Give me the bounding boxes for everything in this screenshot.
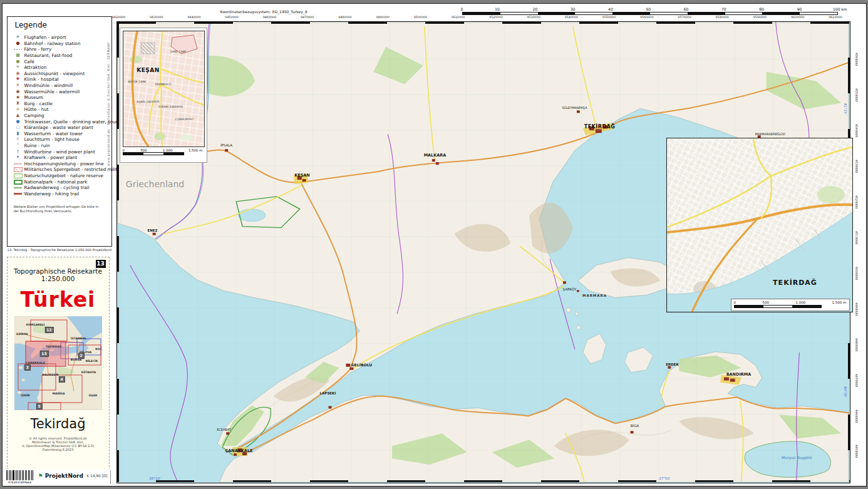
scalebar-tick-label: 50	[646, 7, 651, 11]
legend-item-label: Aussichtspunkt - viewpoint	[23, 71, 85, 76]
scale-label: 0	[123, 148, 125, 152]
cover-overview-map: KIRKLARELİEDİRNEİSTANBULTEKİRDAĞYALOVAKO…	[14, 316, 102, 410]
legend-item-label: Kläranlage - waste water plant	[23, 125, 93, 130]
legend-item-label: Bahnhof - railway station	[23, 41, 81, 46]
legend-symbol-icon: †	[14, 149, 23, 155]
legend-symbol-icon: ◉	[14, 71, 23, 76]
easting-label: 9580000	[716, 16, 729, 19]
frame-ticks-left	[117, 22, 119, 482]
legend-symbol-icon: ♜	[14, 101, 23, 106]
legend-item: ⌂ Hütte - hut	[14, 106, 101, 113]
cover-title: Tekirdağ	[8, 416, 109, 431]
legend-item-label: Burg - castle	[23, 101, 53, 106]
northing-label: 4520000	[855, 195, 858, 208]
legend-item: Fähre - ferry	[14, 46, 101, 53]
map-sheet: Legende ✈ Flughafen - airport ● Bahnhof …	[2, 3, 867, 486]
easting-label: 9510000	[452, 16, 465, 19]
legend-item: ▪ Museum	[14, 95, 101, 101]
inset-tekirdag: TEKİRDAĞ 05001.0001.500 m	[666, 138, 853, 312]
scalebar-tick-label: 30	[571, 7, 576, 11]
inset-district-label: AŞAĞI ZAFERİYE	[137, 100, 160, 103]
legend-symbol-icon	[14, 167, 23, 172]
legend-symbol-icon	[14, 46, 23, 52]
inset-tekirdag-title: TEKİRDAĞ	[773, 279, 817, 287]
legend-item: ⌃ Ruine - ruin	[14, 143, 101, 149]
easting-label: 9540000	[565, 16, 578, 19]
northing-label: 4460000	[855, 409, 858, 423]
legend-item-label: Camping	[23, 113, 44, 118]
legend-items: ✈ Flughafen - airport ● Bahnhof - railwa…	[14, 34, 101, 197]
overview-sheet-badge: 5	[36, 403, 42, 409]
overview-city-label: MANİSA	[52, 392, 65, 395]
frame-ticks-top	[117, 22, 850, 24]
northing-label: 4550000	[855, 88, 858, 101]
legend-item: ■ Restaurant, Fast-food	[14, 53, 101, 59]
legend-item: ● Bahnhof - railway station	[14, 41, 101, 47]
footer-bar: 9783931899664 ⚑ ProjektNord € 14,90 [D]	[3, 469, 115, 486]
legend-item-label: Kraftwerk - power plant	[23, 155, 78, 160]
cover-series: Topographische Reisekarte	[8, 267, 109, 275]
easting-label: 9600000	[791, 16, 804, 19]
scalebar-tick-label: 60	[684, 7, 689, 11]
legend-item: Naturschutzgebiet - nature reserve	[14, 173, 101, 179]
overview-sheet-badge: 12	[44, 327, 53, 333]
overview-sheet-badge: 3	[24, 364, 30, 371]
legend: Legende ✈ Flughafen - airport ● Bahnhof …	[7, 16, 112, 247]
scale-label: 1.500 m	[189, 148, 203, 152]
barcode-number: 9783931899664	[5, 481, 35, 484]
legend-note: Weitere Blätter von ProjektNord erfragen…	[14, 205, 101, 213]
scale-label: 500	[762, 301, 769, 304]
legend-item: ✦ Kraftwerk - power plant	[14, 155, 101, 161]
scalebar-labels: 0102030405060708090100 km	[462, 7, 852, 11]
legend-symbol-icon: ▮	[14, 131, 23, 136]
easting-label: 9500000	[414, 16, 427, 19]
legend-item: Nationalpark - national park	[14, 178, 101, 185]
barcode	[6, 470, 34, 480]
legend-symbol-icon: ✕	[14, 83, 23, 88]
easting-label: 9560000	[640, 16, 653, 19]
legend-symbol-icon	[14, 161, 23, 167]
legend-footer: 13: Tekirdağ - Topographische Reisekarte…	[8, 248, 112, 252]
legend-symbol-icon: ●	[14, 119, 23, 125]
frame-ticks-bottom	[117, 480, 850, 482]
legend-item-label: Fähre - ferry	[23, 46, 52, 52]
legend-title: Legende	[15, 21, 47, 29]
cover-country: Türkei	[8, 287, 109, 312]
overview-city-label: KÜTAHYA	[81, 371, 96, 374]
scalebar-km: 0102030405060708090100 km	[462, 7, 852, 15]
easting-label: 9420000	[112, 16, 125, 19]
scalebar-tick-label: 40	[608, 7, 613, 11]
overview-city-label: UŞAK	[89, 394, 98, 397]
legend-item-label: Radwanderweg - cycling trail	[23, 185, 90, 190]
overview-city-label: ÇANAKKALE	[26, 361, 44, 364]
legend-symbol-icon: ▲	[14, 113, 23, 118]
easting-label: 9590000	[753, 16, 767, 19]
inset-kesan-title: KEŞAN	[137, 67, 160, 73]
overview-city-label: KIRKLARELİ	[26, 323, 45, 326]
legend-symbol-icon: ▪	[14, 95, 23, 100]
legend-item-label: Café	[23, 59, 34, 64]
legend-item: Radwanderweg - cycling trail	[14, 185, 101, 191]
inset-kesan-scalebar: 05001.0001.500 m	[123, 148, 203, 155]
legend-item-label: Attraktion	[23, 64, 47, 70]
inset-district-label: YUKARI ZAFERİYE	[158, 105, 183, 108]
easting-label: 9570000	[678, 16, 691, 19]
legend-item: ✳ Attraktion	[14, 64, 101, 71]
legend-symbol-icon	[14, 180, 23, 185]
easting-label: 9430000	[150, 16, 163, 19]
brand: ⚑ ProjektNord	[38, 473, 84, 479]
legend-item-label: Nationalpark - national park	[23, 179, 88, 185]
inset-district-label: İSPAT CAMİ	[170, 50, 186, 53]
scalebar-tick-label: 90	[797, 7, 802, 11]
easting-label: 9550000	[602, 16, 616, 19]
legend-item-label: Flughafen - airport	[23, 34, 66, 40]
legend-symbol-icon: ●	[14, 59, 23, 64]
inset-district-label: CUMHURİYET	[175, 118, 194, 121]
legend-item: ✕ Windmühle - windmill	[14, 83, 101, 89]
scalebar-tick-label: 10	[495, 7, 500, 11]
legend-item: † Windturbine - wind power plant	[14, 148, 101, 155]
legend-item-label: Leuchtturm - light house	[23, 136, 80, 142]
crs-label: Koordinatenbezugssystem: ED_1950_Turkey_…	[220, 9, 307, 14]
legend-item-label: Windturbine - wind power plant	[23, 149, 95, 155]
scalebar-tick-label: 20	[532, 7, 537, 11]
